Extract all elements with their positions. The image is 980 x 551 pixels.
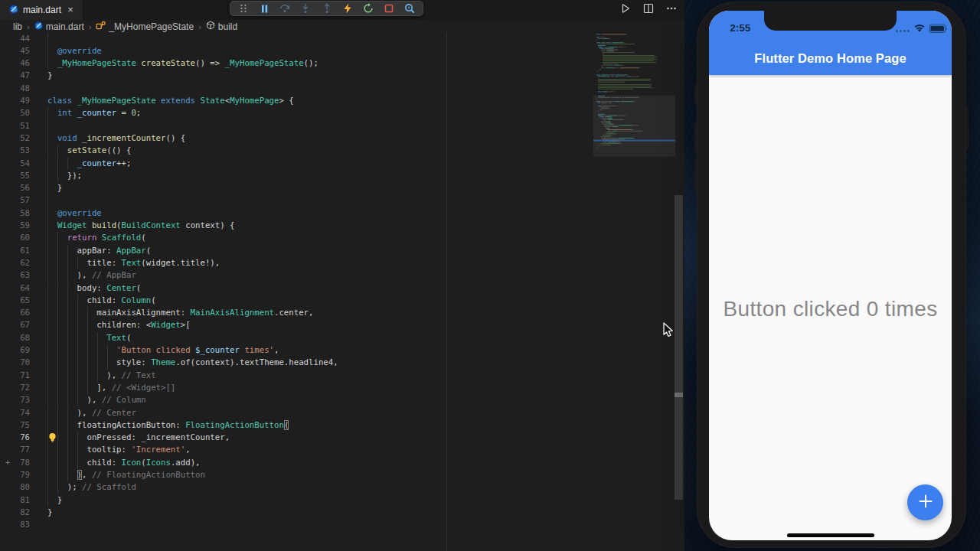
- line-number: 66: [0, 307, 30, 319]
- split-editor-button[interactable]: [642, 2, 655, 15]
- code-line: 62 title: Text(widget.title!),: [0, 257, 684, 270]
- code-line: 63 ), // AppBar: [0, 269, 684, 282]
- scrollbar-decoration: [675, 393, 683, 397]
- code-text: _MyHomePageState createState() => _MyHom…: [47, 57, 318, 70]
- code-line: 45 @override: [0, 45, 684, 58]
- code-text: style: Theme.of(context).textTheme.headl…: [47, 357, 338, 369]
- code-line: 59 Widget build(BuildContext context) {: [0, 220, 684, 233]
- class-symbol-icon: [96, 21, 106, 32]
- code-line: 71 ), // Text: [0, 370, 684, 383]
- code-text: title: Text(widget.title!),: [47, 257, 220, 269]
- hot-reload-button[interactable]: [340, 2, 355, 15]
- code-line: +78 child: Icon(Icons.add),: [0, 457, 684, 470]
- code-line: 55 });: [0, 170, 684, 183]
- code-line: 65 child: Column(: [0, 295, 684, 308]
- code-line: 49class _MyHomePageState extends State<M…: [0, 95, 684, 108]
- indent-guide: [47, 33, 48, 45]
- breadcrumb-separator: ›: [27, 22, 30, 31]
- debug-step-into-button[interactable]: [298, 2, 313, 15]
- debug-stop-button[interactable]: [381, 2, 397, 15]
- line-number: 44: [0, 33, 30, 45]
- code-text: @override: [47, 45, 102, 57]
- code-line: 61 appBar: AppBar(: [0, 245, 684, 258]
- tab-close-icon[interactable]: ×: [64, 4, 77, 16]
- code-line: 68 Text(: [0, 332, 684, 345]
- code-text: child: Column(: [47, 295, 156, 307]
- code-line: 69 'Button clicked $_counter times',: [0, 344, 684, 357]
- code-text: _counter++;: [47, 158, 131, 170]
- dart-file-icon: [9, 3, 18, 17]
- line-number: 48: [0, 83, 30, 95]
- minimap[interactable]: [593, 32, 684, 551]
- line-number: 54: [0, 158, 30, 170]
- iphone-simulator: 2:55: [697, 2, 966, 548]
- tab-bar: main.dart ×: [0, 0, 684, 20]
- line-number: 46: [0, 57, 30, 70]
- code-editor[interactable]: 4445 @override46 _MyHomePageState create…: [0, 32, 684, 551]
- notch: [764, 2, 897, 31]
- debug-pause-button[interactable]: [256, 2, 272, 15]
- line-number: 59: [0, 220, 30, 232]
- code-text: tooltip: 'Increment',: [47, 444, 191, 456]
- code-line: 75 floatingActionButton: FloatingActionB…: [0, 419, 684, 432]
- editor-scrollbar[interactable]: [675, 195, 683, 500]
- code-text: ), // AppBar: [47, 269, 136, 282]
- app-bar-title: Flutter Demo Home Page: [709, 51, 952, 66]
- debug-step-over-button[interactable]: [277, 2, 292, 15]
- code-line: 81 }: [0, 494, 684, 507]
- line-number: 55: [0, 170, 30, 182]
- debug-drag-handle[interactable]: [236, 2, 251, 15]
- breadcrumb-item-class[interactable]: _MyHomePageState: [96, 21, 194, 32]
- line-number: 78: [0, 457, 30, 469]
- line-number: 47: [0, 70, 30, 82]
- code-line: 66 mainAxisAlignment: MainAxisAlignment.…: [0, 307, 684, 320]
- code-line: 70 style: Theme.of(context).textTheme.he…: [0, 357, 684, 370]
- debug-restart-button[interactable]: [361, 2, 376, 15]
- home-indicator[interactable]: [787, 533, 874, 537]
- indent-guide: [47, 120, 48, 132]
- breadcrumb-separator: ›: [89, 22, 92, 31]
- desktop-wallpaper: 2:55: [684, 0, 980, 551]
- floating-action-button[interactable]: [907, 484, 943, 520]
- line-number: 83: [0, 519, 30, 531]
- line-number: 56: [0, 182, 30, 194]
- code-line: 74 ), // Center: [0, 407, 684, 420]
- line-number: 53: [0, 145, 30, 157]
- line-number: 52: [0, 132, 30, 145]
- debug-step-out-button[interactable]: [319, 2, 335, 15]
- breadcrumb-item-build[interactable]: build: [206, 21, 237, 32]
- code-line: 67 children: <Widget>[: [0, 319, 684, 332]
- editor-actions: [619, 0, 678, 17]
- run-button[interactable]: [619, 2, 632, 15]
- line-number: 71: [0, 370, 30, 382]
- code-line: 64 body: Center(: [0, 282, 684, 295]
- line-number: 63: [0, 269, 30, 282]
- code-line: 47}: [0, 70, 684, 83]
- code-text: children: <Widget>[: [47, 319, 191, 331]
- code-line: 50 int _counter = 0;: [0, 107, 684, 120]
- breadcrumb-item-main-dart[interactable]: main.dart: [34, 21, 84, 32]
- code-text: body: Center(: [47, 282, 141, 295]
- code-line: 51: [0, 120, 684, 133]
- code-text: ), // Text: [47, 370, 156, 382]
- counter-text: Button clicked 0 times: [709, 297, 952, 321]
- code-text: ), // Column: [47, 394, 146, 406]
- code-line: 76 onPressed: _incrementCounter,: [0, 432, 684, 445]
- breadcrumb-item-lib[interactable]: lib: [13, 21, 22, 32]
- code-line: 48: [0, 83, 684, 96]
- open-devtools-button[interactable]: [402, 2, 417, 15]
- code-line: 73 ), // Column: [0, 394, 684, 407]
- code-line: 54 _counter++;: [0, 158, 684, 171]
- battery-icon: [929, 23, 948, 37]
- method-symbol-icon: [206, 21, 215, 32]
- debug-toolbar: [230, 1, 423, 16]
- tab-main-dart[interactable]: main.dart ×: [0, 0, 83, 20]
- line-number: 45: [0, 45, 30, 57]
- code-text: setState(() {: [47, 145, 131, 157]
- code-text: return Scaffold(: [47, 232, 146, 244]
- code-text: ], // <Widget>[]: [47, 382, 175, 394]
- more-actions-button[interactable]: [665, 2, 678, 15]
- code-line: 53 setState(() {: [0, 145, 684, 158]
- line-number: 50: [0, 107, 30, 119]
- code-line: 82}: [0, 507, 684, 520]
